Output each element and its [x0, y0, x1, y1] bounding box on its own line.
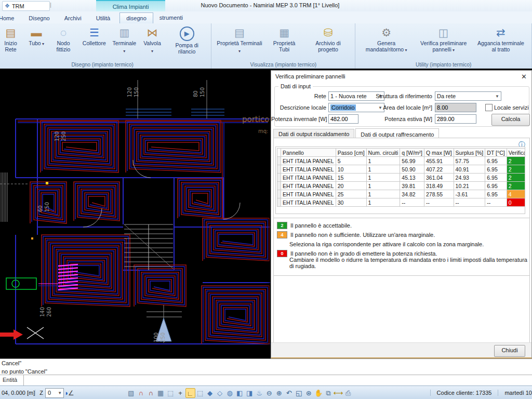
pump-button[interactable]: ▶Pompa di rilancio [165, 24, 209, 56]
magnet-snap-icon[interactable]: ∩ [136, 388, 146, 398]
ortho-icon[interactable]: ∟ [185, 388, 195, 398]
command-input[interactable] [24, 375, 532, 385]
compass-icon[interactable]: ◑ [64, 389, 68, 397]
coordinates-readout: 04, 0.000 [m] [0, 390, 35, 396]
cube-view-icon[interactable]: ◧ [235, 388, 245, 398]
context-tab-disegno[interactable]: disegno [119, 12, 153, 23]
magnet-track-icon[interactable]: ∩ [146, 388, 156, 398]
drawing-label: 150 [134, 87, 139, 97]
locale-servizi-checkbox[interactable] [485, 104, 493, 111]
potenza-estiva-field[interactable] [435, 114, 476, 124]
table-row[interactable]: EHT ITALIA PANNEL25134.82278.55-3.616.95… [277, 190, 526, 198]
verdict-badge: 4 [507, 190, 525, 198]
table-cell: 24.93 [454, 174, 485, 182]
generate-flow-return-button[interactable]: ⚙Genera mandata/ritorno ▾ [357, 24, 415, 55]
dummy-node-button[interactable]: ◌Nodo fittizio [47, 24, 79, 54]
zoom-extents-icon[interactable]: ⊛ [304, 388, 314, 398]
tab-archivi[interactable]: Archivi [57, 13, 89, 23]
potenza-invernale-field[interactable] [328, 114, 358, 124]
row-selector[interactable] [277, 198, 281, 207]
table-cell: -3.61 [454, 190, 485, 198]
drawing-label: 250 [61, 131, 66, 141]
manifold-button[interactable]: ☰Collettore [79, 24, 109, 47]
ribbon-button-label: Verifica preliminare pannelli ▾ [418, 40, 469, 54]
ribbon-group-utility-impianto-termico: ⚙Genera mandata/ritorno ▾◫Verifica preli… [355, 23, 532, 69]
tab-home[interactable]: Home [0, 13, 21, 23]
area-label: Area del locale [m²] [365, 104, 432, 111]
radiator-button[interactable]: ▥Terminale ▾ [109, 24, 140, 56]
calcola-button[interactable]: Calcola [491, 114, 530, 126]
selection-box-icon[interactable]: ⬚ [195, 388, 205, 398]
sphere-view-icon[interactable]: ◍ [225, 388, 235, 398]
table-cell: 10.21 [454, 182, 485, 190]
status-toolbar: ▧∩∩▦⬚+∟⬚◆◇◍◧◨♨⊖⊕↶◱⊛✋⧉⟷⎙ [126, 388, 353, 398]
table-row[interactable]: EHT ITALIA PANNEL10150.90407.2240.916.95… [277, 165, 526, 174]
table-cell: 6.95 [485, 157, 507, 165]
pipe-button[interactable]: ▬Tubo ▾ [25, 24, 47, 48]
column-header-surplus[interactable]: Surplus [%] [454, 149, 485, 157]
row-selector-header [277, 149, 281, 157]
zoom-window-icon[interactable]: ◱ [294, 388, 304, 398]
ribbon-tab-row: HomeDisegnoArchiviUtilità disegnostrumen… [0, 11, 532, 23]
zoom-previous-icon[interactable]: ↶ [284, 388, 294, 398]
column-header-dt-c[interactable]: DT [°C] [485, 149, 507, 157]
zoom-in-icon[interactable]: ⊕ [274, 388, 284, 398]
column-header-pannello[interactable]: Pannello [281, 149, 336, 157]
dialog-footer: Chiudi [271, 342, 531, 357]
ribbon-button-label: Proprietà Terminali ▾ [217, 40, 262, 55]
row-selector[interactable] [277, 190, 281, 198]
close-icon[interactable]: ✕ [521, 73, 527, 81]
column-header-q-w-m[interactable]: q [W/m²] [400, 149, 424, 157]
table-cell: 45.13 [400, 174, 424, 182]
render-icon[interactable]: ♨ [255, 388, 264, 398]
drawing-label: 140 [39, 307, 45, 317]
table-row[interactable]: EHT ITALIA PANNEL15145.13361.0424.936.95… [277, 174, 526, 182]
panel-check-button[interactable]: ◫Verifica preliminare pannelli ▾ [415, 24, 472, 55]
legend-badge: 2 [277, 222, 287, 229]
row-selector[interactable] [277, 182, 281, 190]
valve-button[interactable]: ⋈Valvola ▾ [140, 24, 165, 56]
tab-disegno[interactable]: Disegno [21, 13, 57, 23]
row-selector[interactable] [277, 157, 281, 165]
row-selector[interactable] [277, 174, 281, 182]
pan-icon[interactable]: ✋ [314, 388, 324, 398]
cube-alt-view-icon[interactable]: ◨ [245, 388, 255, 398]
zoom-out-icon[interactable]: ⊖ [264, 388, 274, 398]
context-tab-strumenti[interactable]: strumenti [153, 12, 189, 23]
ribbon-button-label: Archivio di progetto [307, 40, 350, 52]
chiudi-button[interactable]: Chiudi [494, 345, 525, 357]
network-start-button[interactable]: ▤Inizio Rete [0, 24, 25, 54]
attach-terminal-button[interactable]: ⇄Aggancia terminale al tratto [472, 24, 529, 54]
row-selector[interactable] [277, 165, 281, 174]
angle-icon[interactable]: ∠ [68, 389, 74, 397]
column-header-verificato[interactable]: Verificato [507, 149, 525, 157]
crosshair-icon[interactable]: + [176, 388, 185, 398]
column-header-passo-cm[interactable]: Passo [cm] [336, 149, 366, 157]
z-level-select[interactable]: 0 ▼ [45, 388, 64, 398]
column-header-q-max-w[interactable]: Q max [W] [424, 149, 454, 157]
table-row[interactable]: EHT ITALIA PANNEL301--------0 [277, 198, 526, 207]
project-archive-button[interactable]: ⛁Archivio di progetto [303, 24, 353, 54]
column-header-num-circuiti[interactable]: Num. circuiti [366, 149, 400, 157]
layers-icon[interactable]: ⧉ [324, 388, 334, 398]
pipe-properties-button[interactable]: ▦Proprietà Tubi [265, 24, 303, 54]
quick-access-toolbar[interactable]: ❖ TRM [2, 1, 50, 11]
shade-icon[interactable]: ◆ [205, 388, 215, 398]
grid-icon[interactable]: ▦ [156, 388, 166, 398]
print-icon[interactable]: ⎙ [343, 388, 353, 398]
struttura-select[interactable]: Da rete ▼ [435, 91, 501, 101]
pump-icon: ▶ [180, 26, 194, 41]
chevron-down-icon: ▾ [404, 48, 407, 52]
ribbon-group-label: Utility (impianto termico) [357, 61, 529, 69]
tab-utilit[interactable]: Utilità [89, 13, 118, 23]
wireframe-icon[interactable]: ◇ [215, 388, 225, 398]
table-cell: 5 [336, 157, 366, 165]
ribbon-tabs: HomeDisegnoArchiviUtilità [0, 13, 117, 23]
table-row[interactable]: EHT ITALIA PANNEL5156.99455.9157.756.952 [277, 157, 526, 165]
grid-snap-icon[interactable]: ⬚ [166, 388, 176, 398]
table-row[interactable]: EHT ITALIA PANNEL20139.81318.4910.216.95… [277, 182, 526, 190]
terminal-properties-button[interactable]: ▤Proprietà Terminali ▾ [214, 24, 265, 56]
measure-icon[interactable]: ⟷ [334, 388, 343, 398]
snap-mode-icon[interactable]: ▧ [126, 388, 136, 398]
table-cell: 1 [366, 182, 400, 190]
